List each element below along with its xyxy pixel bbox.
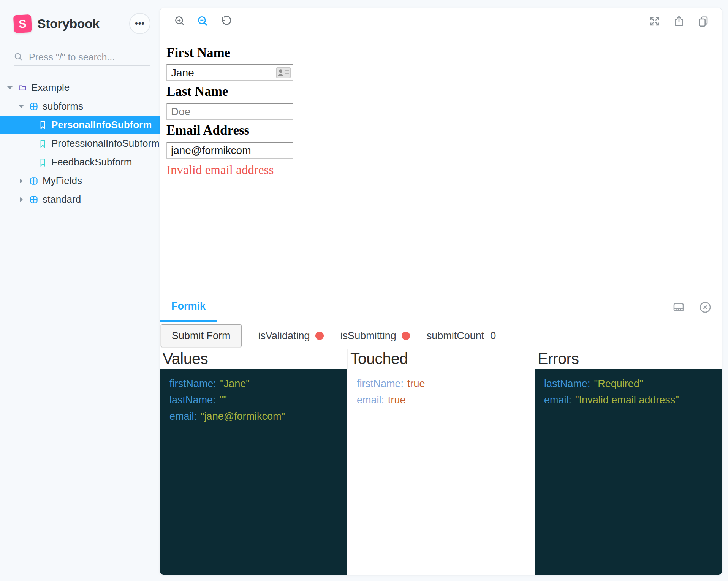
submit-form-button[interactable]: Submit Form	[161, 324, 242, 347]
chevron-right-icon[interactable]	[17, 178, 25, 184]
errors-heading: Errors	[535, 349, 722, 369]
field-label-email: Email Address	[166, 123, 722, 138]
email-input[interactable]	[166, 142, 293, 159]
bookmark-icon	[39, 158, 46, 167]
chevron-down-icon[interactable]	[6, 86, 14, 89]
touched-heading: Touched	[347, 349, 535, 369]
email-field-wrap	[166, 142, 293, 159]
story-preview: First Name Last Name Email Address Inval…	[160, 35, 722, 292]
zoom-in-button[interactable]	[171, 13, 189, 30]
code-line: email:"jane@formikcom"	[169, 411, 343, 422]
tree-story-personalinfosubform[interactable]: PersonalInfoSubform	[0, 116, 160, 134]
submit-count-label: submitCount	[427, 330, 484, 342]
touched-code: firstName:true email:true	[347, 369, 535, 575]
last-name-field-wrap	[166, 103, 293, 120]
component-icon	[30, 103, 38, 110]
code-line: email:true	[357, 394, 531, 406]
search-input[interactable]	[29, 52, 151, 63]
tree-story-professionalinfosubform[interactable]: ProfessionalInfoSubform	[0, 134, 160, 153]
open-in-new-tab-button[interactable]	[670, 13, 688, 30]
field-label-first-name: First Name	[166, 45, 722, 60]
autofill-contact-icon[interactable]	[276, 67, 291, 78]
chevron-right-icon[interactable]	[17, 197, 25, 202]
tree-story-feedbacksubform[interactable]: FeedbackSubform	[0, 153, 160, 171]
status-dot	[315, 332, 324, 340]
values-column: Values firstName:"Jane" lastName:"" emai…	[160, 349, 347, 575]
search-icon	[14, 52, 24, 62]
tree-label: PersonalInfoSubform	[51, 119, 152, 131]
canvas-container: First Name Last Name Email Address Inval…	[160, 8, 722, 575]
component-icon	[30, 196, 38, 203]
last-name-input[interactable]	[166, 103, 293, 120]
tree-label: Example	[31, 82, 70, 94]
reset-zoom-button[interactable]	[217, 13, 234, 30]
panel-tabbar: Formik	[160, 292, 722, 322]
search-box[interactable]	[14, 49, 150, 66]
tree-label: standard	[43, 194, 81, 205]
canvas-toolbar	[160, 8, 722, 35]
code-line: lastName:""	[169, 394, 343, 406]
code-line: lastName:"Required"	[544, 378, 718, 389]
field-label-last-name: Last Name	[166, 84, 722, 99]
addon-panel: Formik Subm	[160, 292, 722, 575]
email-error-message: Invalid email address	[166, 163, 722, 177]
tree-component-subforms[interactable]: subforms	[0, 97, 160, 116]
is-submitting-label: isSubmitting	[340, 330, 396, 342]
values-code: firstName:"Jane" lastName:"" email:"jane…	[160, 369, 347, 575]
storybook-logo-icon: S	[13, 14, 32, 33]
panel-position-button[interactable]	[670, 299, 687, 316]
component-icon	[30, 177, 38, 185]
values-heading: Values	[160, 349, 347, 369]
tree-folder-example[interactable]: Example	[0, 78, 160, 97]
bookmark-icon	[39, 121, 46, 129]
zoom-out-button[interactable]	[194, 13, 212, 30]
code-line: email:"Invalid email address"	[544, 394, 718, 406]
errors-code: lastName:"Required" email:"Invalid email…	[535, 369, 722, 575]
bookmark-icon	[39, 140, 46, 148]
story-tree: Example subforms PersonalInfoSubform	[0, 78, 160, 209]
submit-count-value: 0	[490, 330, 496, 342]
tree-label: ProfessionalInfoSubform	[51, 138, 160, 149]
sidebar-header: S Storybook •••	[14, 13, 150, 34]
fullscreen-button[interactable]	[646, 13, 663, 30]
submit-count: submitCount 0	[427, 330, 496, 342]
tree-component-standard[interactable]: standard	[0, 190, 160, 209]
touched-column: Touched firstName:true email:true	[347, 349, 535, 575]
sidebar-menu-button[interactable]: •••	[129, 13, 150, 34]
status-dot	[402, 332, 410, 340]
is-validating-label: isValidating	[258, 330, 310, 342]
first-name-input[interactable]	[166, 64, 293, 81]
sidebar: S Storybook ••• Example	[0, 0, 160, 581]
formik-state-columns: Values firstName:"Jane" lastName:"" emai…	[160, 349, 722, 575]
code-line: firstName:"Jane"	[169, 378, 343, 389]
toolbar-divider	[244, 13, 244, 30]
tree-label: MyFields	[43, 175, 82, 187]
chevron-down-icon[interactable]	[17, 105, 25, 108]
folder-icon	[19, 84, 26, 92]
first-name-field-wrap	[166, 64, 293, 81]
is-submitting-flag: isSubmitting	[340, 330, 410, 342]
errors-column: Errors lastName:"Required" email:"Invali…	[535, 349, 722, 575]
tree-component-myfields[interactable]: MyFields	[0, 171, 160, 190]
code-line: firstName:true	[357, 378, 531, 389]
tree-label: FeedbackSubform	[51, 156, 132, 168]
tree-label: subforms	[43, 100, 83, 112]
tab-formik[interactable]: Formik	[160, 292, 217, 322]
app-title: Storybook	[37, 16, 100, 31]
formik-controls-row: Submit Form isValidating isSubmitting su…	[160, 322, 722, 349]
close-panel-icon[interactable]	[697, 299, 714, 316]
is-validating-flag: isValidating	[258, 330, 324, 342]
copy-link-button[interactable]	[695, 13, 712, 30]
